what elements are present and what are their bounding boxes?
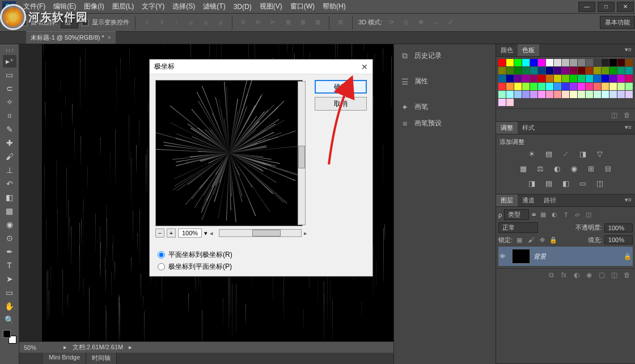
swatch[interactable] xyxy=(578,67,585,74)
swatch[interactable] xyxy=(538,83,545,90)
swatches-grid[interactable] xyxy=(496,57,635,108)
swatch[interactable] xyxy=(514,91,522,98)
delete-layer-icon[interactable]: 🗑 xyxy=(624,271,633,279)
3d-scale-icon[interactable]: ⤢ xyxy=(444,17,456,28)
align-icon[interactable]: ≡ xyxy=(215,17,226,28)
ok-button[interactable]: 确定 xyxy=(315,80,367,94)
3d-roll-icon[interactable]: ⊙ xyxy=(400,17,412,28)
swatch[interactable] xyxy=(546,67,553,74)
h-scrollbar[interactable] xyxy=(219,229,302,237)
swatch[interactable] xyxy=(546,59,553,66)
align-icon[interactable]: ⫵ xyxy=(156,17,167,28)
distribute-icon[interactable]: ≣ xyxy=(312,17,323,28)
swatch[interactable] xyxy=(602,91,609,98)
swatch[interactable] xyxy=(617,91,625,98)
adjustment-icon[interactable]: ◉ xyxy=(586,271,595,279)
delete-swatch-icon[interactable]: 🗑 xyxy=(624,111,633,119)
swatch[interactable] xyxy=(594,59,601,66)
distribute-icon[interactable]: ⊫ xyxy=(253,17,264,28)
zoom-in-button[interactable]: + xyxy=(167,228,176,238)
adjustments-tab[interactable]: 调整 xyxy=(496,122,518,134)
shape-tool[interactable]: ▭ xyxy=(3,286,16,299)
swatch[interactable] xyxy=(522,67,530,74)
brush-presets-panel-button[interactable]: ≡画笔预设 xyxy=(394,115,496,132)
close-tab-icon[interactable]: × xyxy=(108,35,111,41)
selective-icon[interactable]: ◫ xyxy=(594,178,606,188)
swatch[interactable] xyxy=(617,67,625,74)
stamp-tool[interactable]: ⊥ xyxy=(3,164,16,176)
filter-shape-icon[interactable]: ▱ xyxy=(573,211,582,219)
lookup-icon[interactable]: ⊟ xyxy=(603,163,614,173)
swatch[interactable] xyxy=(514,83,522,90)
swatch[interactable] xyxy=(554,75,561,82)
swatch[interactable] xyxy=(514,75,522,82)
layers-tab[interactable]: 图层 xyxy=(496,194,518,206)
menu-file[interactable]: 文件(F) xyxy=(19,0,49,14)
dialog-close-icon[interactable]: ✕ xyxy=(361,62,368,71)
swatch[interactable] xyxy=(625,83,633,90)
swatch[interactable] xyxy=(498,91,506,98)
swatch[interactable] xyxy=(609,59,617,66)
eyedropper-tool[interactable]: ✎ xyxy=(3,123,16,136)
swatch[interactable] xyxy=(538,59,545,66)
menu-type[interactable]: 文字(Y) xyxy=(138,0,168,14)
swatch[interactable] xyxy=(506,75,514,82)
path-select-tool[interactable]: ➤ xyxy=(3,273,16,285)
channel-mix-icon[interactable]: ⊞ xyxy=(586,163,597,173)
swatch[interactable] xyxy=(570,91,577,98)
swatch[interactable] xyxy=(570,75,577,82)
posterize-icon[interactable]: ▤ xyxy=(543,178,554,188)
new-swatch-icon[interactable]: ◫ xyxy=(611,111,620,119)
threshold-icon[interactable]: ◧ xyxy=(560,178,572,188)
history-panel-button[interactable]: ⧉历史记录 xyxy=(394,48,496,64)
workspace-switcher[interactable]: 基本功能 xyxy=(600,16,635,29)
swatch[interactable] xyxy=(602,83,609,90)
menu-filter[interactable]: 滤镜(T) xyxy=(199,0,229,14)
swatch[interactable] xyxy=(530,59,537,66)
fill-value[interactable]: 100% xyxy=(604,235,633,244)
layer-row[interactable]: 👁 背景 🔒 xyxy=(498,247,633,266)
dialog-preview[interactable] xyxy=(155,80,303,226)
auto-select-checkbox[interactable] xyxy=(20,19,27,26)
paths-tab[interactable]: 路径 xyxy=(539,194,561,206)
menu-help[interactable]: 帮助(H) xyxy=(319,0,350,14)
zoom-out-button[interactable]: − xyxy=(155,228,164,238)
panel-menu-icon[interactable]: ▾≡ xyxy=(621,194,635,206)
3d-orbit-icon[interactable]: ⟳ xyxy=(386,17,397,28)
swatch[interactable] xyxy=(594,67,601,74)
swatch[interactable] xyxy=(562,91,569,98)
swatch[interactable] xyxy=(538,91,545,98)
menu-edit[interactable]: 编辑(E) xyxy=(49,0,80,14)
swatch[interactable] xyxy=(594,91,601,98)
swatch[interactable] xyxy=(530,83,537,90)
distribute-icon[interactable]: ⊪ xyxy=(238,17,249,28)
photo-filter-icon[interactable]: ◉ xyxy=(569,163,580,173)
swatch[interactable] xyxy=(530,67,537,74)
invert-icon[interactable]: ◨ xyxy=(526,178,537,188)
link-icon[interactable]: ⧉ xyxy=(549,271,558,279)
panel-menu-icon[interactable]: ▾≡ xyxy=(621,122,635,134)
eraser-tool[interactable]: ◧ xyxy=(3,191,16,204)
styles-tab[interactable]: 样式 xyxy=(518,122,539,134)
menu-window[interactable]: 窗口(W) xyxy=(286,0,319,14)
swatch[interactable] xyxy=(498,59,506,66)
swatches-tab[interactable]: 色板 xyxy=(518,44,539,56)
swatch[interactable] xyxy=(506,67,514,74)
dodge-tool[interactable]: ⊙ xyxy=(3,232,16,244)
lock-transparent-icon[interactable]: ▦ xyxy=(515,236,524,244)
show-transform-checkbox[interactable] xyxy=(82,19,88,26)
distribute-icon[interactable]: ≣ xyxy=(282,17,294,28)
type-tool[interactable]: T xyxy=(3,259,16,272)
v-scrollbar[interactable] xyxy=(298,81,306,225)
maximize-button[interactable]: □ xyxy=(598,2,615,12)
magic-wand-tool[interactable]: ✧ xyxy=(3,96,16,108)
swatch[interactable] xyxy=(546,83,553,90)
blend-mode-dropdown[interactable]: 正常 xyxy=(498,222,538,233)
bw-icon[interactable]: ◐ xyxy=(552,163,563,173)
menu-3d[interactable]: 3D(D) xyxy=(230,1,256,13)
swatch[interactable] xyxy=(609,83,617,90)
swatch[interactable] xyxy=(594,83,601,90)
group-icon[interactable]: ▢ xyxy=(599,271,608,279)
swatch[interactable] xyxy=(514,59,522,66)
swatch[interactable] xyxy=(570,67,577,74)
